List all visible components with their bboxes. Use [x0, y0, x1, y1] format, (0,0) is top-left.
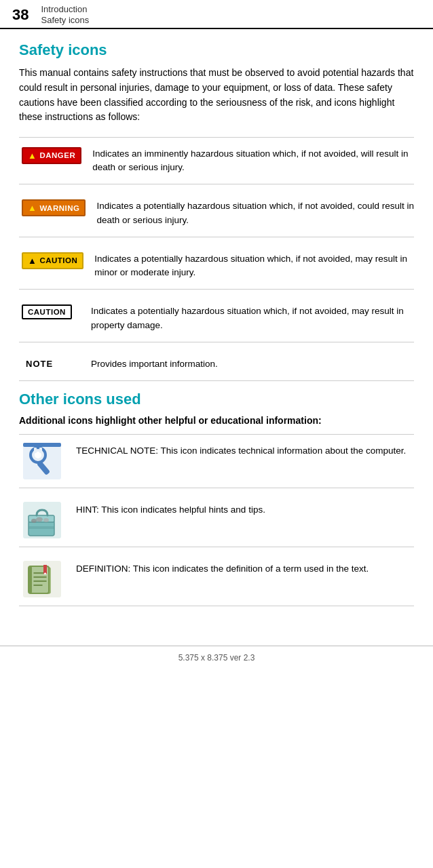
definition-row: DEFINITION: This icon indicates the defi…: [19, 553, 414, 606]
svg-point-12: [43, 518, 49, 522]
toolbox-icon: [23, 502, 61, 538]
caution-yellow-badge: ▲ CAUTION: [22, 252, 83, 269]
caution-yellow-label: CAUTION: [39, 256, 77, 264]
svg-rect-6: [23, 443, 61, 447]
danger-row: ▲ DANGER Indicates an imminently hazardo…: [19, 137, 414, 185]
other-intro-text: Additional icons highlight other helpful…: [19, 415, 414, 426]
svg-point-11: [36, 517, 43, 522]
page-number: 38: [12, 6, 29, 24]
hint-description: HINT: This icon indicates helpful hints …: [76, 500, 414, 517]
svg-rect-13: [29, 526, 54, 529]
other-icons-heading: Other icons used: [19, 391, 414, 408]
caution-yellow-triangle-icon: ▲: [28, 256, 37, 266]
warning-row: ▲ WARNING Indicates a potentially hazard…: [19, 190, 414, 237]
danger-triangle-icon: ▲: [28, 151, 37, 161]
danger-icon-cell: ▲ DANGER: [19, 147, 81, 164]
definition-icon-cell: [19, 559, 65, 599]
technical-note-row: TECHNICAL NOTE: This icon indicates tech…: [19, 434, 414, 488]
svg-rect-17: [29, 566, 32, 593]
wrench-icon: [23, 443, 61, 479]
note-badge: NOTE: [22, 357, 57, 370]
caution-yellow-row: ▲ CAUTION Indicates a potentially hazard…: [19, 243, 414, 290]
header-section: Introduction: [41, 4, 89, 15]
page-header: 38 Introduction Safety icons: [0, 0, 433, 29]
note-icon-cell: NOTE: [19, 357, 80, 370]
caution-white-label: CAUTION: [28, 308, 66, 316]
safety-intro-text: This manual contains safety instructions…: [19, 66, 414, 125]
caution-yellow-description: Indicates a potentially hazardous situat…: [94, 252, 414, 280]
svg-rect-5: [39, 448, 42, 453]
definition-description: DEFINITION: This icon indicates the defi…: [76, 559, 414, 576]
warning-icon-cell: ▲ WARNING: [19, 199, 86, 216]
hint-row: HINT: This icon indicates helpful hints …: [19, 494, 414, 547]
safety-icons-heading: Safety icons: [19, 41, 414, 59]
footer-divider: [0, 646, 433, 646]
danger-badge: ▲ DANGER: [22, 147, 81, 164]
header-title: Safety icons: [41, 15, 89, 26]
caution-yellow-icon-cell: ▲ CAUTION: [19, 252, 83, 269]
danger-label: DANGER: [39, 151, 75, 159]
footer-text: 5.375 x 8.375 ver 2.3: [178, 653, 255, 663]
danger-description: Indicates an imminently hazardous situat…: [92, 147, 414, 175]
warning-badge: ▲ WARNING: [22, 199, 86, 216]
note-row: NOTE Provides important information.: [19, 348, 414, 381]
warning-triangle-icon: ▲: [28, 203, 37, 213]
main-content: Safety icons This manual contains safety…: [0, 29, 433, 618]
hint-icon-cell: [19, 500, 65, 540]
technical-note-description: TECHNICAL NOTE: This icon indicates tech…: [76, 441, 414, 458]
caution-white-badge: CAUTION: [22, 304, 72, 319]
note-description: Provides important information.: [91, 357, 414, 371]
svg-point-10: [31, 519, 37, 523]
header-info: Introduction Safety icons: [41, 4, 89, 25]
caution-white-row: CAUTION Indicates a potentially hazardou…: [19, 295, 414, 342]
caution-white-description: Indicates a potentially hazardous situat…: [91, 304, 414, 332]
caution-white-icon-cell: CAUTION: [19, 304, 80, 319]
page-footer: 5.375 x 8.375 ver 2.3: [0, 650, 433, 673]
book-icon: [23, 561, 61, 597]
technical-note-icon-cell: [19, 441, 65, 481]
svg-rect-4: [34, 448, 37, 453]
warning-description: Indicates a potentially hazardous situat…: [96, 199, 414, 227]
warning-label: WARNING: [39, 204, 79, 212]
